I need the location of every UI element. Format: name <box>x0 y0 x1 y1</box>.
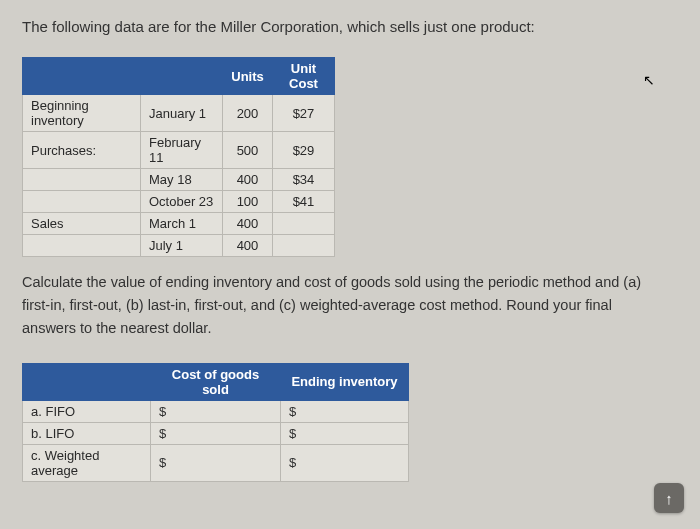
cursor-icon: ↖ <box>643 72 655 88</box>
row-label: Sales <box>23 213 141 235</box>
row-units: 400 <box>223 169 273 191</box>
row-label: Beginning inventory <box>23 95 141 132</box>
row-date: January 1 <box>141 95 223 132</box>
ending-input[interactable]: $ <box>281 444 409 481</box>
row-date: February 11 <box>141 132 223 169</box>
ending-input[interactable]: $ <box>281 422 409 444</box>
method-label: c. Weighted average <box>23 444 151 481</box>
table-row: c. Weighted average $ $ <box>23 444 409 481</box>
cogs-input[interactable]: $ <box>151 422 281 444</box>
hdr-blank-2 <box>141 58 223 95</box>
row-date: May 18 <box>141 169 223 191</box>
hdr-blank-1 <box>23 58 141 95</box>
hdr2-blank <box>23 363 151 400</box>
row-label: Purchases: <box>23 132 141 169</box>
ending-input[interactable]: $ <box>281 400 409 422</box>
table-row: b. LIFO $ $ <box>23 422 409 444</box>
cogs-input[interactable]: $ <box>151 444 281 481</box>
row-cost <box>273 213 335 235</box>
row-cost: $27 <box>273 95 335 132</box>
q-line: answers to the nearest dollar. <box>22 320 211 336</box>
table-row: October 23 100 $41 <box>23 191 335 213</box>
table-row: Beginning inventory January 1 200 $27 <box>23 95 335 132</box>
method-label: a. FIFO <box>23 400 151 422</box>
hdr-units: Units <box>223 58 273 95</box>
row-cost: $29 <box>273 132 335 169</box>
row-units: 400 <box>223 235 273 257</box>
row-cost: $34 <box>273 169 335 191</box>
cogs-input[interactable]: $ <box>151 400 281 422</box>
arrow-up-icon: ↑ <box>665 490 673 507</box>
hdr-cogs: Cost of goods sold <box>151 363 281 400</box>
method-label: b. LIFO <box>23 422 151 444</box>
question-text: Calculate the value of ending inventory … <box>22 271 678 341</box>
row-date: July 1 <box>141 235 223 257</box>
row-units: 400 <box>223 213 273 235</box>
table-row: May 18 400 $34 <box>23 169 335 191</box>
hdr-ending: Ending inventory <box>281 363 409 400</box>
table-row: a. FIFO $ $ <box>23 400 409 422</box>
row-date: October 23 <box>141 191 223 213</box>
row-label <box>23 235 141 257</box>
row-cost: $41 <box>273 191 335 213</box>
row-cost <box>273 235 335 257</box>
q-line: first-in, first-out, (b) last-in, first-… <box>22 297 612 313</box>
q-line: Calculate the value of ending inventory … <box>22 274 641 290</box>
row-units: 500 <box>223 132 273 169</box>
table-row: July 1 400 <box>23 235 335 257</box>
row-units: 200 <box>223 95 273 132</box>
row-label <box>23 169 141 191</box>
scroll-top-button[interactable]: ↑ <box>654 483 684 513</box>
row-units: 100 <box>223 191 273 213</box>
hdr-unit-cost: Unit Cost <box>273 58 335 95</box>
intro-text: The following data are for the Miller Co… <box>22 18 678 35</box>
answer-table: Cost of goods sold Ending inventory a. F… <box>22 363 409 482</box>
table-row: Sales March 1 400 <box>23 213 335 235</box>
inventory-table: Units Unit Cost Beginning inventory Janu… <box>22 57 335 257</box>
row-date: March 1 <box>141 213 223 235</box>
table-row: Purchases: February 11 500 $29 <box>23 132 335 169</box>
row-label <box>23 191 141 213</box>
